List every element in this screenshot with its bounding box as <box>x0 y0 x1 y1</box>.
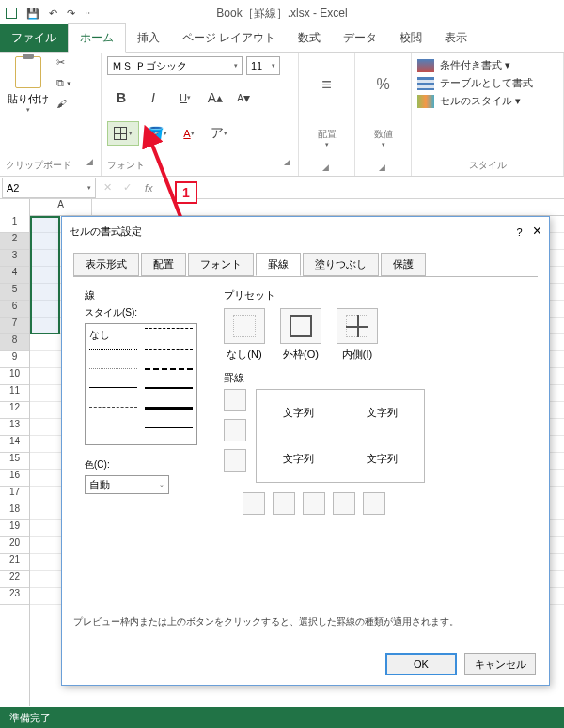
style-mdash[interactable] <box>145 368 193 379</box>
row-header[interactable]: 20 <box>0 537 29 554</box>
color-select[interactable]: 自動⌄ <box>85 475 169 494</box>
preset-outline-button[interactable] <box>280 308 321 344</box>
tab-view[interactable]: 表示 <box>433 24 478 52</box>
tab-data[interactable]: データ <box>332 24 388 52</box>
shrink-font-button[interactable]: A▾ <box>231 86 256 109</box>
style-double[interactable] <box>145 426 193 437</box>
tab-font[interactable]: フォント <box>188 253 254 276</box>
font-launcher-icon[interactable]: ◢ <box>284 157 292 172</box>
customize-qat-icon[interactable]: ᐧᐧ <box>85 8 90 20</box>
row-header[interactable]: 15 <box>0 453 29 470</box>
row-header[interactable]: 6 <box>0 301 29 318</box>
row-header[interactable]: 5 <box>0 284 29 301</box>
row-header[interactable]: 3 <box>0 250 29 267</box>
border-right-button[interactable] <box>333 492 355 515</box>
grow-font-button[interactable]: A▴ <box>203 86 227 109</box>
clipboard-launcher-icon[interactable]: ◢ <box>86 157 95 172</box>
row-header[interactable]: 23 <box>0 588 29 605</box>
style-dashdot[interactable] <box>89 407 137 418</box>
preset-none-button[interactable] <box>224 308 265 344</box>
tab-protection[interactable]: 保護 <box>381 253 426 276</box>
border-middle-button[interactable] <box>224 419 246 441</box>
style-thin[interactable] <box>89 387 137 398</box>
style-dash2[interactable] <box>145 349 193 361</box>
copy-icon[interactable]: ⧉ ▾ <box>56 77 73 92</box>
tab-page-layout[interactable]: ページ レイアウト <box>171 24 287 52</box>
row-header[interactable]: 18 <box>0 503 29 520</box>
border-left-button[interactable] <box>273 492 295 515</box>
cancel-button[interactable]: キャンセル <box>464 653 536 675</box>
enter-formula-icon[interactable]: ✓ <box>118 181 137 194</box>
border-top-button[interactable] <box>224 389 246 411</box>
row-header[interactable]: 9 <box>0 351 29 368</box>
cell-styles-button[interactable]: セルのスタイル ▾ <box>417 92 557 110</box>
tab-home[interactable]: ホーム <box>68 23 126 53</box>
row-header[interactable]: 19 <box>0 520 29 537</box>
undo-icon[interactable]: ↶ <box>49 8 57 20</box>
number-launcher-icon[interactable]: ◢ <box>379 163 387 172</box>
tab-review[interactable]: 校閲 <box>388 24 433 52</box>
redo-icon[interactable]: ↷ <box>67 8 75 20</box>
row-header[interactable]: 8 <box>0 334 29 351</box>
alignment-launcher-icon[interactable]: ◢ <box>322 163 331 172</box>
alignment-icon[interactable]: ≡ <box>321 56 332 113</box>
ok-button[interactable]: OK <box>385 653 457 675</box>
conditional-formatting-button[interactable]: 条件付き書式 ▾ <box>417 56 557 74</box>
save-icon[interactable]: 💾 <box>26 8 39 20</box>
row-header[interactable]: 14 <box>0 436 29 453</box>
tab-formulas[interactable]: 数式 <box>287 24 332 52</box>
paste-button[interactable]: 貼り付け ▾ <box>6 56 51 114</box>
phonetic-button[interactable]: ア▾ <box>207 122 231 145</box>
tab-number-format[interactable]: 表示形式 <box>73 253 139 276</box>
tab-border[interactable]: 罫線 <box>256 253 301 276</box>
style-dashed[interactable] <box>145 328 193 339</box>
number-group-label: 数値 <box>374 127 393 139</box>
row-header[interactable]: 13 <box>0 419 29 436</box>
tab-fill[interactable]: 塗りつぶし <box>303 253 379 276</box>
row-header[interactable]: 11 <box>0 385 29 402</box>
style-medium[interactable] <box>145 387 193 398</box>
italic-button[interactable]: I <box>139 86 167 109</box>
border-center-button[interactable] <box>303 492 325 515</box>
row-header[interactable]: 7 <box>0 318 29 334</box>
format-as-table-button[interactable]: テーブルとして書式 <box>417 74 557 92</box>
style-dashdotdot[interactable] <box>89 426 137 437</box>
style-dotted[interactable] <box>89 349 137 361</box>
cut-icon[interactable]: ✂ <box>56 56 73 71</box>
row-header[interactable]: 17 <box>0 487 29 503</box>
fx-icon[interactable]: fx <box>137 182 161 194</box>
col-header[interactable]: A <box>30 199 92 215</box>
borders-button[interactable]: ▾ <box>107 121 139 146</box>
row-header[interactable]: 1 <box>0 216 29 233</box>
help-button[interactable]: ? <box>509 226 529 238</box>
border-bottom-button[interactable] <box>224 449 246 472</box>
row-header[interactable]: 4 <box>0 267 29 284</box>
preset-inside-button[interactable] <box>337 308 378 344</box>
font-size-select[interactable]: 11▾ <box>246 56 280 75</box>
name-box[interactable]: A2▾ <box>2 178 96 198</box>
row-header[interactable]: 10 <box>0 368 29 385</box>
style-thick[interactable] <box>145 407 193 418</box>
border-diag-down-button[interactable] <box>363 492 385 515</box>
row-header[interactable]: 2 <box>0 233 29 250</box>
row-header[interactable]: 12 <box>0 402 29 419</box>
style-none[interactable]: なし <box>89 328 137 346</box>
tab-file[interactable]: ファイル <box>0 24 68 52</box>
number-format-button[interactable]: % <box>376 56 389 113</box>
cancel-formula-icon[interactable]: ✕ <box>98 181 118 194</box>
row-header[interactable]: 22 <box>0 571 29 588</box>
tab-alignment[interactable]: 配置 <box>141 253 186 276</box>
format-painter-icon[interactable]: 🖌 <box>56 98 73 113</box>
font-name-select[interactable]: ＭＳ Ｐゴシック▾ <box>107 56 243 75</box>
bold-button[interactable]: B <box>107 86 135 109</box>
border-diag-up-button[interactable] <box>243 492 265 515</box>
underline-button[interactable]: U▾ <box>171 86 199 109</box>
line-style-list[interactable]: なし <box>85 323 197 445</box>
border-preview[interactable]: 文字列 文字列 文字列 文字列 <box>256 389 425 483</box>
row-header[interactable]: 16 <box>0 470 29 487</box>
close-button[interactable]: × <box>533 223 541 239</box>
row-header[interactable]: 21 <box>0 554 29 571</box>
paste-dropdown-icon[interactable]: ▾ <box>26 106 30 114</box>
style-hair[interactable] <box>89 368 137 379</box>
tab-insert[interactable]: 挿入 <box>126 24 171 52</box>
